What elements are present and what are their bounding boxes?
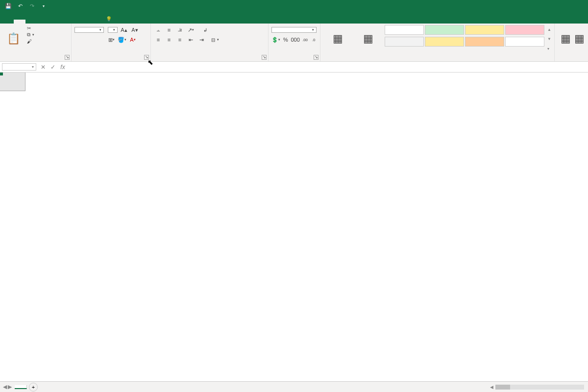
number-format-select[interactable]: ▾: [271, 27, 317, 33]
font-color-button[interactable]: A▾: [128, 35, 137, 44]
cond-format-icon: ▦: [333, 32, 343, 45]
select-all-triangle[interactable]: [0, 73, 25, 91]
insert-cells-button[interactable]: ▦: [558, 25, 574, 53]
style-gut[interactable]: [425, 25, 464, 35]
wrap-text-button[interactable]: ↲: [202, 27, 210, 33]
tab-formeln[interactable]: [49, 20, 61, 24]
copy-button[interactable]: ⧉▾: [25, 31, 36, 38]
brush-icon: 🖌: [27, 39, 32, 44]
decrease-decimal-icon[interactable]: .0: [310, 35, 317, 44]
redo-icon[interactable]: ↷: [27, 1, 36, 10]
table-icon: ▦: [363, 32, 373, 45]
formula-input[interactable]: [68, 66, 588, 68]
sheet-tab-bar: ◀ ▶ + ◀: [0, 381, 588, 392]
fill-handle[interactable]: [0, 73, 3, 75]
align-bottom-icon[interactable]: ⫡: [175, 25, 184, 34]
fx-icon[interactable]: fx: [58, 64, 68, 71]
style-scroll-down-icon[interactable]: ▼: [547, 37, 551, 41]
align-middle-icon[interactable]: ≡: [165, 25, 173, 34]
save-icon[interactable]: 💾: [4, 1, 13, 10]
delete-cells-button[interactable]: ▦: [574, 25, 585, 53]
tab-daten[interactable]: [61, 20, 73, 24]
clipboard-expand-icon[interactable]: ↘: [65, 55, 70, 60]
insert-cells-icon: ▦: [561, 32, 571, 45]
title-bar: 💾 ↶ ↷ ▾: [0, 0, 588, 12]
paste-button[interactable]: 📋: [3, 25, 24, 53]
italic-button[interactable]: [85, 35, 94, 44]
merge-center-button[interactable]: ⊟▾: [210, 37, 220, 43]
increase-indent-icon[interactable]: ⇥: [197, 35, 206, 44]
sheet-tab-umsatzliste[interactable]: [15, 385, 27, 389]
style-schlecht[interactable]: [505, 25, 544, 35]
percent-icon[interactable]: %: [282, 35, 289, 44]
decrease-indent-icon[interactable]: ⇤: [186, 35, 195, 44]
decrease-font-icon[interactable]: A▾: [130, 25, 139, 34]
style-standard[interactable]: [385, 25, 424, 35]
number-expand-icon[interactable]: ↘: [314, 55, 318, 60]
delete-cells-icon: ▦: [574, 32, 585, 45]
style-scroll-up-icon[interactable]: ▲: [547, 27, 551, 32]
tell-me-search[interactable]: [102, 14, 116, 24]
font-expand-icon[interactable]: ↘: [144, 55, 149, 60]
style-neutral[interactable]: [465, 25, 504, 35]
style-ausgabe[interactable]: [385, 37, 424, 47]
style-eingabe[interactable]: [465, 37, 504, 47]
align-left-icon[interactable]: ≡: [154, 35, 163, 44]
formula-accept-icon[interactable]: ✓: [48, 64, 58, 71]
hscroll-left-icon[interactable]: ◀: [490, 385, 493, 390]
ribbon-panel: 📋 ✂ ⧉▾ 🖌 ↘ ▾ ▾ A▴ A▾ ⊞▾ 🪣▾ A▾ ↘: [0, 24, 588, 62]
conditional-format-button[interactable]: ▦: [323, 25, 352, 53]
thousands-icon[interactable]: 000: [291, 35, 300, 44]
underline-button[interactable]: [96, 35, 105, 44]
tab-ansicht[interactable]: [84, 20, 96, 24]
alignment-expand-icon[interactable]: ↘: [262, 55, 267, 60]
fill-color-button[interactable]: 🪣▾: [118, 35, 126, 44]
bold-button[interactable]: [74, 35, 83, 44]
tab-seitenlayout[interactable]: [37, 20, 49, 24]
hscrollbar[interactable]: [495, 385, 584, 390]
border-button[interactable]: ⊞▾: [107, 35, 116, 44]
tab-ueberpruefen[interactable]: [73, 20, 84, 24]
align-center-icon[interactable]: ≡: [165, 35, 173, 44]
align-right-icon[interactable]: ≡: [175, 35, 184, 44]
cut-icon: ✂: [27, 25, 31, 31]
tab-start[interactable]: [14, 20, 25, 24]
currency-icon[interactable]: 💲▾: [271, 35, 280, 44]
ribbon-tabs: [0, 12, 588, 24]
font-size-select[interactable]: ▾: [108, 27, 118, 33]
copy-icon: ⧉: [27, 32, 30, 38]
orientation-icon[interactable]: ↗▾: [186, 25, 195, 34]
formula-bar: ▾ ✕ ✓ fx: [0, 62, 588, 73]
align-top-icon[interactable]: ⫠: [154, 25, 163, 34]
formula-cancel-icon[interactable]: ✕: [38, 64, 48, 71]
cut-button[interactable]: ✂: [25, 25, 36, 31]
wrap-icon: ↲: [203, 27, 207, 33]
style-gallery-expand-icon[interactable]: ▾: [547, 47, 551, 51]
sheet-nav-next-icon[interactable]: ▶: [8, 384, 12, 390]
font-name-select[interactable]: ▾: [74, 27, 104, 33]
increase-decimal-icon[interactable]: .00: [302, 35, 309, 44]
undo-icon[interactable]: ↶: [16, 1, 24, 10]
sheet-nav-prev-icon[interactable]: ◀: [3, 384, 7, 390]
tab-einfuegen[interactable]: [25, 20, 37, 24]
style-berechnung[interactable]: [425, 37, 464, 47]
format-painter-button[interactable]: 🖌: [25, 38, 36, 45]
paste-icon: 📋: [7, 32, 20, 45]
add-sheet-button[interactable]: +: [29, 383, 38, 392]
merge-icon: ⊟: [211, 37, 215, 43]
name-box[interactable]: ▾: [2, 63, 36, 71]
customize-qat-icon[interactable]: ▾: [39, 1, 48, 10]
increase-font-icon[interactable]: A▴: [120, 25, 128, 34]
tab-datei[interactable]: [2, 20, 14, 24]
format-as-table-button[interactable]: ▦: [355, 25, 382, 53]
style-erklaerender[interactable]: [505, 37, 544, 47]
